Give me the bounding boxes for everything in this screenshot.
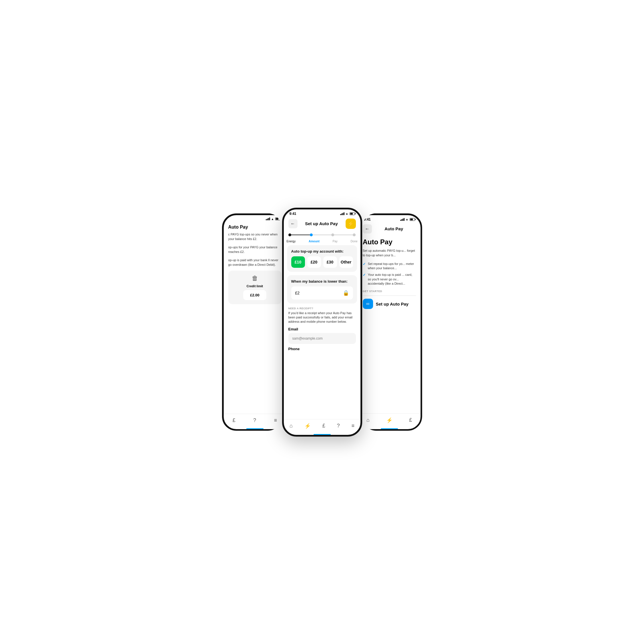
- right-phone: 9:41 ▲ ← Auto Pay A: [356, 213, 422, 431]
- checkmark-2-icon: ✓: [363, 273, 366, 277]
- amount-other-button[interactable]: Other: [339, 256, 353, 268]
- lightning-icon: ⚡: [348, 221, 354, 227]
- left-title: Auto Pay: [228, 225, 282, 230]
- left-status-bar: ▲: [224, 215, 286, 222]
- step-dot-energy: [288, 233, 291, 236]
- center-nav-bar: ← Set up Auto Pay ⚡: [284, 217, 360, 231]
- step-label-done: Done: [351, 240, 358, 243]
- lock-icon: 🔒: [343, 290, 349, 296]
- center-nav-indicator: [314, 434, 331, 435]
- lightning-button[interactable]: ⚡: [346, 219, 356, 229]
- help-icon: ?: [253, 417, 256, 423]
- right-usage-icon: ⚡: [386, 417, 393, 423]
- left-nav-help[interactable]: ?: [250, 416, 259, 425]
- infinity-icon: ∞: [363, 299, 373, 309]
- center-signal-icon: [340, 212, 344, 215]
- center-bottom-nav: ⌂ ⚡ £ ? ≡: [284, 419, 360, 435]
- right-back-button[interactable]: ←: [363, 224, 372, 233]
- right-title: Auto Pay: [363, 238, 416, 246]
- amount-section-title: Auto top-up my account with:: [291, 249, 353, 253]
- step-dot-done: [353, 233, 356, 236]
- stepper: [284, 231, 360, 239]
- right-payment-icon: £: [409, 417, 412, 423]
- step-dot-pay: [331, 233, 334, 236]
- center-status-bar: 9:41 ▲: [284, 209, 360, 217]
- center-back-button[interactable]: ←: [288, 219, 298, 228]
- amount-30-button[interactable]: £30: [323, 256, 337, 268]
- step-labels: Energy Amount Pay Done: [284, 239, 360, 245]
- step-label-energy: Energy: [287, 240, 296, 243]
- right-nav-usage[interactable]: ⚡: [383, 416, 395, 425]
- check-item-1: ✓ Set repeat top-ups for yo... meter whe…: [363, 262, 416, 271]
- check-item-2: ✓ Your auto top-up is paid ... card, so …: [363, 273, 416, 286]
- receipt-desc: If you'd like a receipt when your Auto P…: [288, 311, 356, 324]
- center-time: 9:41: [290, 212, 296, 216]
- email-label: Email: [288, 327, 356, 331]
- balance-input[interactable]: £2 🔒: [291, 286, 353, 300]
- step-line-3: [334, 235, 353, 235]
- amount-10-button[interactable]: £10: [291, 256, 305, 268]
- usage-icon: ⚡: [304, 423, 311, 429]
- right-nav-indicator: [381, 428, 398, 429]
- center-status-icons: ▲: [340, 212, 355, 215]
- center-payment-icon: £: [322, 423, 325, 429]
- email-input[interactable]: [288, 333, 356, 344]
- check-text-2: Your auto top-up is paid ... card, so yo…: [368, 273, 416, 286]
- right-content: Auto Pay Set up automatic PAYG top-u... …: [358, 235, 421, 413]
- step-dot-amount: [310, 233, 313, 236]
- scene: ▲ Auto Pay c PAYG top-ups so you never w…: [193, 193, 451, 451]
- wifi-icon: ▲: [271, 217, 274, 221]
- amount-section: Auto top-up my account with: £10 £20 £30…: [287, 245, 357, 272]
- delete-icon: 🗑: [252, 275, 258, 282]
- step-label-pay: Pay: [333, 240, 338, 243]
- right-nav-home[interactable]: ⌂: [364, 416, 372, 424]
- right-nav-bar: ← Auto Pay: [358, 223, 421, 235]
- right-nav-payment[interactable]: £: [406, 416, 415, 424]
- right-wifi-icon: ▲: [406, 218, 409, 221]
- setup-auto-pay-button[interactable]: ∞ Set up Auto Pay: [363, 299, 416, 309]
- credit-amount: £2.00: [243, 290, 266, 300]
- balance-value: £2: [295, 291, 300, 295]
- center-phone: 9:41 ▲ ← Set up Auto Pay ⚡: [282, 208, 362, 437]
- right-signal-icon: [400, 218, 405, 221]
- center-menu-icon: ≡: [351, 423, 354, 429]
- credit-label: Credit limit: [247, 284, 263, 288]
- get-started-label: GET STARTED: [363, 290, 416, 293]
- left-phone: ▲ Auto Pay c PAYG top-ups so you never w…: [222, 213, 288, 431]
- receipt-label: NEED A RECEIPT?: [288, 307, 356, 310]
- amount-20-button[interactable]: £20: [307, 256, 321, 268]
- balance-section-title: When my balance is lower than:: [291, 279, 353, 284]
- step-line-1: [291, 235, 310, 235]
- left-nav-menu[interactable]: ≡: [271, 416, 280, 425]
- left-desc2: op-ups for your PAYG your balance reache…: [228, 245, 282, 254]
- center-help-icon: ?: [337, 423, 340, 429]
- signal-icon: [266, 217, 270, 220]
- center-nav-home[interactable]: ⌂: [287, 422, 296, 430]
- checkmark-1-icon: ✓: [363, 262, 366, 266]
- center-nav-usage[interactable]: ⚡: [302, 422, 314, 430]
- step-label-amount: Amount: [309, 240, 320, 243]
- left-content: Auto Pay c PAYG top-ups so you never whe…: [224, 222, 286, 414]
- left-nav-indicator: [246, 428, 263, 429]
- center-nav-menu[interactable]: ≡: [348, 422, 357, 430]
- center-content: Auto top-up my account with: £10 £20 £30…: [284, 245, 360, 419]
- left-desc1: c PAYG top-ups so you never when your ba…: [228, 232, 282, 241]
- back-arrow-icon: ←: [291, 221, 295, 226]
- right-time: 9:41: [364, 217, 371, 221]
- phone-label: Phone: [288, 347, 356, 351]
- right-desc: Set up automatic PAYG top-u... forget to…: [363, 248, 416, 258]
- left-desc3: op-up is paid with your bank ll never go…: [228, 258, 282, 267]
- left-bottom-nav: £ ? ≡: [224, 414, 286, 429]
- amount-options: £10 £20 £30 Other: [291, 256, 353, 268]
- payment-icon: £: [233, 417, 235, 423]
- left-status-icons: ▲: [266, 217, 280, 221]
- center-nav-title: Set up Auto Pay: [305, 221, 338, 226]
- center-nav-help[interactable]: ?: [334, 422, 343, 430]
- setup-btn-label: Set up Auto Pay: [376, 302, 409, 306]
- left-nav-payment[interactable]: £: [230, 416, 238, 425]
- center-battery-icon: [350, 212, 355, 215]
- right-home-icon: ⌂: [366, 417, 370, 423]
- right-battery-icon: [410, 218, 415, 221]
- receipt-section: NEED A RECEIPT? If you'd like a receipt …: [287, 307, 357, 351]
- center-nav-payment[interactable]: £: [320, 422, 328, 430]
